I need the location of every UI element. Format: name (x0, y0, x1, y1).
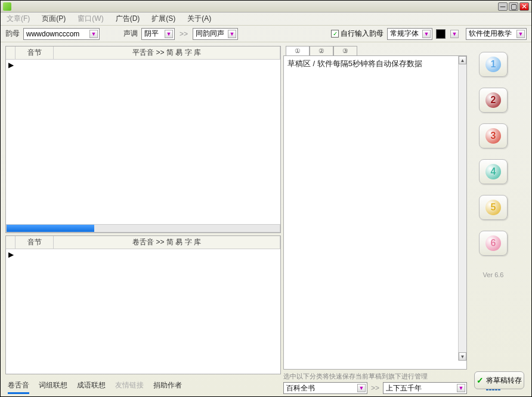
yunmu-input[interactable] (26, 29, 88, 39)
tab-donate[interactable]: 捐助作者 (153, 380, 182, 394)
menu-window[interactable]: 窗口(W) (75, 13, 106, 25)
slot-button-2[interactable]: 2 (479, 88, 508, 113)
save-draft-button[interactable]: ✓ 将草稿转存 (474, 371, 524, 389)
col-syllable[interactable]: 音节 (16, 46, 54, 59)
yunmu-combo[interactable]: ▼ (23, 28, 100, 40)
titlebar[interactable]: ─ ▢ ✕ (1, 1, 531, 13)
toolbar: 韵母 ▼ 声调 阴平 ▼ >> 同韵同声 ▼ ✓ 自行输入韵母 常规字体 ▼ ▼… (1, 26, 531, 42)
font-value: 常规字体 (390, 29, 421, 39)
menu-about[interactable]: 关于(A) (185, 13, 214, 25)
col-syllable[interactable]: 音节 (16, 236, 54, 249)
shengdiao-combo[interactable]: 阴平 ▼ (141, 28, 175, 40)
dropdown-icon[interactable]: ▼ (457, 384, 465, 392)
draft-tab-2[interactable]: ② (310, 46, 333, 55)
color-swatch[interactable] (436, 29, 446, 39)
maximize-button[interactable]: ▢ (509, 2, 518, 11)
corner-cell (6, 236, 16, 249)
draft-tab-1[interactable]: ① (286, 46, 310, 55)
shengdiao-value: 阴平 (144, 29, 163, 39)
tab-links[interactable]: 友情链接 (115, 380, 144, 394)
rhyme-combo[interactable]: 同韵同声 ▼ (193, 28, 238, 40)
scroll-down-icon[interactable]: ▼ (459, 352, 466, 361)
col-flat-header[interactable]: 平舌音 >> 简 易 字 库 (54, 46, 280, 59)
self-input-checkbox[interactable]: ✓ 自行输入韵母 (331, 29, 383, 39)
left-bottom-tabs: 卷舌音 词组联想 成语联想 友情链接 捐助作者 (5, 378, 281, 394)
scrollbar-vertical[interactable]: ▲ ▼ (458, 56, 466, 361)
right-sidebar: 123456 Ver 6.6 (469, 46, 517, 394)
tab-idiom[interactable]: 成语联想 (77, 380, 106, 394)
slot-button-5[interactable]: 5 (479, 195, 508, 220)
menubar: 文章(F) 页面(P) 窗口(W) 广告(D) 扩展(S) 关于(A) (1, 13, 531, 26)
draft-content: 草稿区 / 软件每隔5秒钟将自动保存数据 (287, 58, 463, 69)
font-combo[interactable]: 常规字体 ▼ (387, 28, 432, 40)
number-icon: 5 (485, 200, 501, 215)
dropdown-icon[interactable]: ▼ (228, 30, 236, 38)
checkbox-icon: ✓ (331, 30, 339, 38)
number-icon: 3 (485, 128, 501, 144)
category2-value: 上下五千年 (386, 383, 456, 393)
app-icon (3, 2, 11, 11)
draft-tab-3[interactable]: ③ (333, 46, 357, 55)
menu-page[interactable]: 页面(P) (39, 13, 68, 25)
slot-button-3[interactable]: 3 (479, 123, 508, 148)
row-marker-icon: ▶ (6, 60, 16, 70)
dropdown-icon[interactable]: ▼ (422, 30, 431, 38)
tutorial-value: 软件使用教学 (469, 29, 515, 39)
col-curl-header[interactable]: 卷舌音 >> 简 易 字 库 (54, 236, 280, 249)
category1-value: 百科全书 (286, 383, 356, 393)
rhyme-value: 同韵同声 (196, 29, 227, 39)
number-icon: 4 (485, 164, 501, 179)
save-button-label: 将草稿转存 (486, 376, 522, 386)
check-icon: ✓ (477, 376, 484, 385)
corner-cell (6, 46, 16, 59)
category2-combo[interactable]: 上下五千年 ▼ (383, 382, 467, 394)
dropdown-icon[interactable]: ▼ (450, 30, 459, 38)
self-input-label: 自行输入韵母 (341, 29, 383, 39)
menu-file[interactable]: 文章(F) (4, 13, 32, 25)
dropdown-icon[interactable]: ▼ (89, 30, 98, 38)
close-button[interactable]: ✕ (519, 2, 529, 11)
row-marker-icon: ▶ (6, 249, 16, 260)
flat-tongue-pane: 音节 平舌音 >> 简 易 字 库 ▶ (5, 46, 281, 233)
yunmu-label: 韵母 (5, 29, 20, 39)
gt-icon: >> (370, 384, 381, 392)
tutorial-combo[interactable]: 软件使用教学 ▼ (466, 28, 527, 40)
menu-ad[interactable]: 广告(D) (113, 13, 143, 25)
minimize-button[interactable]: ─ (498, 2, 508, 11)
tab-phrase[interactable]: 词组联想 (39, 380, 67, 394)
category-hint: 选中以下分类将快速保存当前草稿到旗下进行管理 (283, 372, 467, 381)
slot-button-1[interactable]: 1 (479, 52, 508, 77)
dropdown-icon[interactable]: ▼ (357, 384, 366, 392)
scroll-up-icon[interactable]: ▲ (459, 56, 466, 64)
shengdiao-label: 声调 (123, 29, 138, 39)
draft-textarea[interactable]: 草稿区 / 软件每隔5秒钟将自动保存数据 ▲ ▼ (283, 55, 467, 370)
dropdown-icon[interactable]: ▼ (165, 30, 173, 38)
number-icon: 1 (485, 57, 501, 72)
progress-bar (7, 225, 94, 232)
curl-tongue-pane: 音节 卷舌音 >> 简 易 字 库 ▶ (5, 235, 281, 374)
version-label: Ver 6.6 (483, 271, 504, 278)
menu-ext[interactable]: 扩展(S) (149, 13, 178, 25)
gt-icon: >> (178, 30, 189, 38)
dropdown-icon[interactable]: ▼ (516, 30, 525, 38)
category1-combo[interactable]: 百科全书 ▼ (283, 382, 367, 394)
number-icon: 2 (485, 92, 501, 108)
draft-tabs: ① ② ③ (286, 46, 467, 55)
slot-button-6[interactable]: 6 (479, 231, 508, 256)
slot-button-4[interactable]: 4 (479, 159, 508, 184)
tab-curl-tongue[interactable]: 卷舌音 (8, 380, 29, 394)
progress-track[interactable] (6, 224, 280, 232)
number-icon: 6 (485, 235, 501, 251)
